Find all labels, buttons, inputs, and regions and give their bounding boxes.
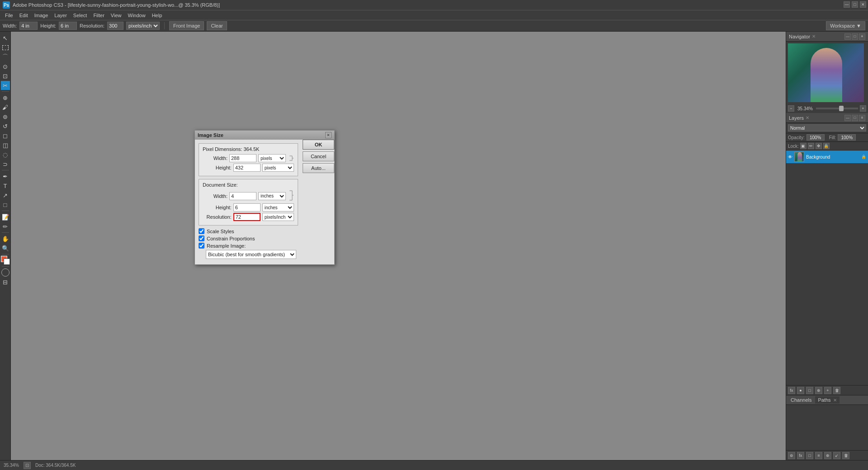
menu-item-file[interactable]: File	[2, 12, 16, 19]
panel-btn-5[interactable]: ⊕	[824, 452, 831, 459]
hand-tool[interactable]: ✋	[1, 234, 10, 243]
dodge-tool[interactable]: ⊃	[1, 160, 10, 169]
clone-stamp-tool[interactable]: ⊚	[1, 112, 10, 121]
zoom-in-button[interactable]: +	[860, 105, 866, 112]
pen-tool[interactable]: ✒	[1, 172, 10, 181]
brush-tool[interactable]: 🖌	[1, 103, 10, 112]
resolution-input[interactable]	[107, 22, 123, 30]
clear-button[interactable]: Clear	[207, 21, 227, 30]
ok-button[interactable]: OK	[303, 140, 334, 150]
layer-visibility-icon[interactable]: 👁	[788, 155, 792, 160]
eraser-tool[interactable]: ◻	[1, 131, 10, 140]
status-icon[interactable]: ⊡	[24, 462, 31, 469]
layer-background-row[interactable]: 👁 Background 🔒	[786, 150, 868, 163]
minimize-button[interactable]: —	[844, 1, 850, 8]
resolution-unit-select[interactable]: pixels/inch	[126, 22, 160, 30]
new-group-button[interactable]: ⊕	[815, 387, 822, 394]
color-swatch[interactable]	[1, 256, 10, 265]
panel-btn-7[interactable]: 🗑	[842, 452, 849, 459]
restore-button[interactable]: □	[852, 1, 858, 8]
layers-collapse-btn[interactable]: —	[844, 115, 851, 121]
panel-btn-1[interactable]: ⊚	[788, 452, 795, 459]
menu-item-help[interactable]: Help	[149, 12, 166, 19]
notes-tool[interactable]: 📝	[1, 212, 10, 221]
quick-mask-btn[interactable]	[1, 268, 10, 277]
resolution-unit-field-select[interactable]: pixels/inch pixels/cm	[262, 213, 294, 221]
paths-close-btn[interactable]: ✕	[833, 398, 837, 403]
panel-btn-2[interactable]: fx	[797, 452, 804, 459]
resample-image-label[interactable]: Resample Image:	[207, 243, 246, 249]
workspace-button[interactable]: Workspace ▼	[826, 21, 865, 30]
shape-tool[interactable]: □	[1, 200, 10, 209]
zoom-tool[interactable]: 🔍	[1, 244, 10, 253]
healing-brush-tool[interactable]: ⊕	[1, 93, 10, 102]
panel-btn-6[interactable]: ↙	[833, 452, 840, 459]
panel-maximize-button[interactable]: □	[852, 33, 858, 40]
layer-fx-button[interactable]: fx	[788, 387, 795, 394]
scale-styles-label[interactable]: Scale Styles	[207, 229, 234, 234]
screen-mode-btn[interactable]: ⊟	[1, 277, 10, 287]
blur-tool[interactable]: ◌	[1, 150, 10, 159]
opacity-input[interactable]	[806, 134, 825, 141]
type-tool[interactable]: T	[1, 181, 10, 190]
zoom-thumb[interactable]	[839, 106, 844, 111]
menu-item-image[interactable]: Image	[31, 12, 52, 19]
menu-item-edit[interactable]: Edit	[16, 12, 31, 19]
menu-item-view[interactable]: View	[108, 12, 125, 19]
close-button[interactable]: ✕	[860, 1, 866, 8]
panel-menu-button[interactable]: ≡	[859, 33, 865, 40]
dialog-close-button[interactable]: ✕	[325, 132, 332, 138]
slice-tool[interactable]: ✂	[1, 81, 10, 90]
crop-tool[interactable]: ⊡	[1, 71, 10, 80]
paths-tab[interactable]: Paths ✕	[815, 396, 839, 404]
menu-item-filter[interactable]: Filter	[90, 12, 107, 19]
layers-close-button[interactable]: ✕	[806, 115, 809, 120]
auto-button[interactable]: Auto...	[303, 163, 334, 173]
doc-width-unit-select[interactable]: inches cm pixels	[258, 192, 286, 200]
pixel-height-input[interactable]	[233, 164, 261, 172]
doc-width-input[interactable]	[229, 192, 256, 200]
menu-item-window[interactable]: Window	[125, 12, 149, 19]
menu-item-select[interactable]: Select	[70, 12, 90, 19]
add-mask-button[interactable]: ●	[797, 387, 804, 394]
resample-image-checkbox[interactable]	[199, 243, 204, 249]
layers-maximize-btn[interactable]: □	[852, 115, 858, 121]
quick-select-tool[interactable]: ⊙	[1, 62, 10, 71]
channels-tab[interactable]: Channels	[788, 396, 814, 404]
path-selection-tool[interactable]: ↗	[1, 191, 10, 200]
width-input[interactable]	[19, 22, 38, 30]
navigator-tab[interactable]: Navigator ✕	[789, 34, 816, 39]
background-color[interactable]	[4, 258, 10, 265]
zoom-out-button[interactable]: −	[788, 105, 794, 112]
lock-all-btn[interactable]: 🔒	[823, 143, 830, 149]
eyedropper-tool[interactable]: ✏	[1, 222, 10, 231]
resolution-field-input[interactable]	[233, 213, 261, 221]
layers-menu-btn[interactable]: ≡	[859, 115, 865, 121]
menu-item-layer[interactable]: Layer	[51, 12, 70, 19]
pixel-width-unit-select[interactable]: pixels	[258, 154, 286, 162]
constrain-proportions-label[interactable]: Constrain Proportions	[207, 236, 255, 241]
move-tool[interactable]: ↖	[1, 33, 10, 42]
front-image-button[interactable]: Front Image	[169, 21, 204, 30]
delete-layer-button[interactable]: 🗑	[833, 387, 840, 394]
doc-height-unit-select[interactable]: inches cm pixels	[262, 203, 294, 212]
new-layer-button[interactable]: +	[824, 387, 831, 394]
resample-method-select[interactable]: Bicubic (best for smooth gradients) Near…	[206, 250, 296, 259]
lock-transparency-btn[interactable]: ▣	[800, 143, 806, 149]
layers-tab[interactable]: Layers ✕	[789, 115, 809, 121]
pixel-width-input[interactable]	[229, 154, 256, 162]
height-input[interactable]	[59, 22, 77, 30]
cancel-button[interactable]: Cancel	[303, 151, 334, 161]
panel-btn-3[interactable]: □	[806, 452, 813, 459]
panel-collapse-button[interactable]: —	[844, 33, 851, 40]
lock-image-btn[interactable]: ✏	[808, 143, 814, 149]
zoom-slider[interactable]	[816, 108, 858, 109]
lasso-tool[interactable]: ⌒	[1, 52, 10, 61]
lock-position-btn[interactable]: ✥	[816, 143, 822, 149]
fill-input[interactable]	[838, 134, 856, 141]
gradient-tool[interactable]: ◫	[1, 141, 10, 150]
history-brush-tool[interactable]: ↺	[1, 122, 10, 131]
rectangular-marquee-tool[interactable]	[1, 43, 10, 52]
new-adjustment-button[interactable]: □	[806, 387, 813, 394]
panel-btn-4[interactable]: ≡	[815, 452, 822, 459]
